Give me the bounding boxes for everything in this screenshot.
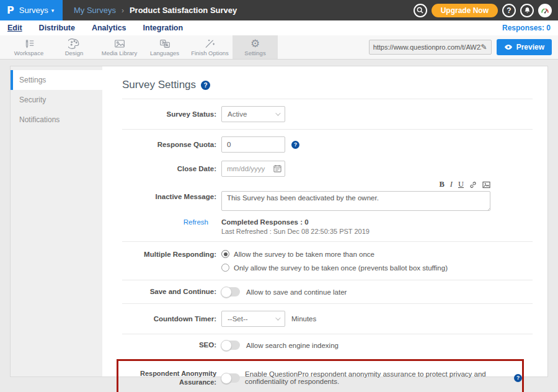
anonymity-row: Respondent Anonymity Assurance: Enable Q… [122,361,522,392]
inactive-message-label: Inactive Message: [122,184,216,202]
questionpro-logo: P [7,4,14,16]
question-mark-icon: ? [507,6,511,15]
survey-status-row: Survey Status: Active [122,99,533,129]
refresh-link[interactable]: Refresh [122,218,216,226]
calendar-icon[interactable] [273,164,281,172]
settings-sidebar: Settings Security Notifications [11,66,102,376]
top-bar: P Surveys ▾ My Surveys › Product Satisfa… [0,0,558,20]
link-icon[interactable] [469,181,477,189]
toolbar-item-label: Finish Options [191,50,229,56]
gauge-icon [541,7,549,14]
anonymity-help-icon[interactable]: ? [514,374,522,382]
upgrade-now-button[interactable]: Upgrade Now [432,4,498,17]
chevron-down-icon [275,110,280,115]
media-library-icon [113,38,126,49]
countdown-timer-suffix: Minutes [291,315,316,323]
workspace-icon [23,38,35,49]
countdown-timer-select[interactable]: --Set-- [221,311,285,327]
breadcrumb-my-surveys[interactable]: My Surveys [74,6,116,15]
sidebar-item-security[interactable]: Security [11,90,102,110]
tab-integration[interactable]: Integration [143,24,184,32]
chevron-down-icon: ▾ [51,7,55,14]
notifications-button[interactable] [520,4,534,17]
inactive-message-textarea[interactable]: This Survey has been deactivated by the … [221,191,490,211]
languages-icon [159,38,171,49]
topbar-actions: Upgrade Now ? [414,0,558,20]
tab-distribute[interactable]: Distribute [39,24,75,32]
countdown-timer-row: Countdown Timer: --Set-- Minutes [122,304,533,334]
account-gauge-button[interactable] [538,4,552,17]
countdown-timer-label: Countdown Timer: [122,314,216,324]
radio-selected-icon[interactable] [221,250,229,258]
tab-edit[interactable]: Edit [7,24,22,32]
toolbar-item-workspace[interactable]: Workspace [6,35,51,59]
toolbar-item-settings[interactable]: ⚙ Settings [232,35,278,59]
page-title: Survey Settings [122,79,196,91]
countdown-timer-value: --Set-- [228,315,248,323]
anonymity-toggle[interactable] [221,373,240,383]
toolbar-item-label: Settings [244,50,265,56]
seo-toggle[interactable] [221,341,240,350]
toolbar-item-media-library[interactable]: Media Library [97,35,142,59]
toolbar-item-label: Media Library [102,50,138,56]
help-button[interactable]: ? [502,4,516,17]
chevron-down-icon [275,315,280,320]
search-button[interactable] [414,4,427,17]
radio-option-label: Only allow the survey to be taken once (… [234,264,448,272]
radio-unselected-icon[interactable] [221,264,229,272]
search-icon [417,7,423,14]
radio-option-multiple-allowed[interactable]: Allow the survey to be taken more than o… [221,250,448,258]
responses-count[interactable]: Responses: 0 [502,24,551,32]
seo-label: SEO: [122,341,216,350]
multiple-responding-row: Multiple Responding: Allow the survey to… [122,242,533,280]
response-quota-label: Response Quota: [122,140,216,149]
survey-status-select[interactable]: Active [221,106,285,122]
survey-url-field[interactable]: https://www.questionpro.com/t/AW222f4yf … [369,40,492,55]
survey-settings-help-icon[interactable]: ? [201,81,210,90]
toolbar-item-design[interactable]: Design [51,35,97,59]
sidebar-item-settings[interactable]: Settings [11,70,102,90]
bold-button[interactable]: B [439,180,444,189]
response-quota-input[interactable] [221,136,285,153]
rich-text-toolbar: B I U [221,180,490,189]
survey-nav-tabs: Edit Distribute Analytics Integration Re… [0,20,558,35]
preview-button[interactable]: Preview [497,39,552,55]
toolbar-item-label: Design [65,50,84,56]
toolbar-item-label: Languages [150,50,179,56]
close-date-label: Close Date: [122,164,216,174]
survey-url-text: https://www.questionpro.com/t/AW222f4yf [373,43,481,51]
radio-option-once-only[interactable]: Only allow the survey to be taken once (… [221,264,448,272]
breadcrumb: My Surveys › Product Satisfaction Survey [74,0,237,20]
toolbar-item-languages[interactable]: Languages [142,35,187,59]
anonymity-highlight-box: Respondent Anonymity Assurance: Enable Q… [117,359,524,392]
toolbar-item-finish-options[interactable]: Finish Options [187,35,232,59]
radio-option-label: Allow the survey to be taken more than o… [234,251,374,258]
sidebar-item-notifications[interactable]: Notifications [11,110,102,130]
response-quota-help-icon[interactable]: ? [291,141,299,149]
title-row: Survey Settings ? [122,66,533,99]
anonymity-description: Enable QuestionPro respondent anonymity … [245,370,509,385]
edit-toolbar: Workspace Design Media Library Languages… [0,35,558,60]
surveys-app-menu[interactable]: Surveys ▾ [19,6,55,15]
survey-status-value: Active [228,110,247,118]
underline-button[interactable]: U [458,180,464,189]
toolbar-right: https://www.questionpro.com/t/AW222f4yf … [369,35,558,59]
app-logo-area[interactable]: P Surveys ▾ [0,0,63,20]
edit-url-pencil-icon[interactable]: ✎ [481,43,487,51]
save-and-continue-description: Allow to save and continue later [246,288,347,296]
design-palette-icon [68,38,80,49]
breadcrumb-separator: › [122,6,124,15]
eye-icon [504,44,513,50]
breadcrumb-current-survey: Product Satisfaction Survey [130,6,237,15]
settings-gear-icon: ⚙ [250,38,260,49]
inactive-message-row: Inactive Message: B I U This Survey has … [122,184,533,216]
response-quota-row: Response Quota: ? [122,130,533,159]
tab-analytics[interactable]: Analytics [92,24,126,32]
save-and-continue-toggle[interactable] [221,287,240,296]
italic-button[interactable]: I [450,180,453,189]
insert-image-icon[interactable] [482,181,490,189]
save-and-continue-row: Save and Continue: Allow to save and con… [122,280,533,303]
completed-responses-text: Completed Responses : 0 [221,218,370,226]
settings-main: Survey Settings ? Survey Status: Active … [102,66,547,376]
seo-description: Allow search engine indexing [246,342,339,349]
